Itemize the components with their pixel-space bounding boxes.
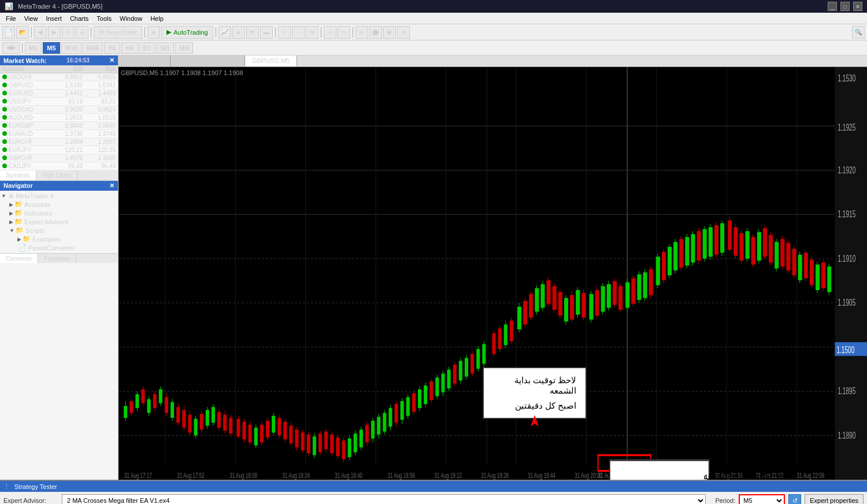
- svg-rect-122: [412, 393, 416, 412]
- svg-rect-188: [613, 281, 617, 305]
- svg-rect-144: [476, 349, 480, 369]
- menu-tools[interactable]: Tools: [93, 14, 115, 23]
- toolbar-btn-d3[interactable]: ◉: [383, 26, 396, 39]
- nav-tree-item[interactable]: 📄PeriodConverter: [1, 243, 117, 252]
- period-h4[interactable]: H4: [121, 42, 138, 54]
- expert-dropdown[interactable]: 2 MA Crosses Mega filter EA V1.ex4: [62, 494, 706, 504]
- svg-rect-168: [553, 286, 557, 310]
- period-mn[interactable]: MN: [175, 42, 193, 54]
- mw-symbol: USDJPY: [0, 98, 52, 106]
- nav-tree-item[interactable]: ▶📁Accounts: [1, 200, 117, 209]
- chart-tab-eurusd-m1[interactable]: EURUSD,M1: [118, 55, 171, 66]
- open-btn[interactable]: 📂: [16, 26, 29, 39]
- nav-tree-item[interactable]: ▼🖥MetaTrader 4: [1, 192, 117, 200]
- period-d1[interactable]: D1: [139, 42, 155, 54]
- back-btn[interactable]: ◀: [34, 26, 47, 39]
- svg-rect-76: [277, 418, 281, 436]
- svg-rect-218: [703, 229, 707, 259]
- menu-charts[interactable]: Charts: [66, 14, 92, 23]
- search-btn[interactable]: 🔍: [852, 26, 865, 39]
- svg-rect-192: [625, 282, 629, 307]
- svg-text:31 Aug 22:08: 31 Aug 22:08: [797, 470, 825, 479]
- period-refresh-btn[interactable]: ↺: [788, 494, 801, 504]
- svg-rect-186: [607, 284, 611, 308]
- mw-symbol: GBPUSD: [0, 81, 52, 90]
- nav-tree-item[interactable]: ▶📁Expert Advisors: [1, 217, 117, 226]
- maximize-button[interactable]: □: [840, 2, 850, 11]
- zoom-out-btn[interactable]: -: [292, 26, 305, 39]
- toolbar-btn-line[interactable]: 📈: [218, 26, 231, 39]
- toolbar-btn-d2[interactable]: ⬤: [369, 26, 382, 39]
- svg-rect-32: [147, 399, 151, 413]
- nav-tree-item[interactable]: ▼📁Scripts: [1, 226, 117, 235]
- chart-tab-eurusd-m2[interactable]: EURUSD,M2 (offline): [171, 55, 245, 66]
- toolbar-btn-d4[interactable]: ⊚: [397, 26, 410, 39]
- nav-tree-item[interactable]: ▶📁Indicators: [1, 209, 117, 217]
- toolbar-btn-c2[interactable]: ▷: [338, 26, 350, 39]
- market-watch-row: USDCAD 0.9620 0.9624: [0, 106, 118, 114]
- reload-btn[interactable]: ↺: [62, 26, 75, 39]
- zoom-in-btn[interactable]: +: [278, 26, 291, 39]
- mw-ask: 0.9624: [85, 106, 118, 114]
- menu-view[interactable]: View: [21, 14, 42, 23]
- period-m1[interactable]: M1: [25, 42, 42, 54]
- mw-bid: 1.4451: [52, 90, 85, 98]
- toolbar-btn-up[interactable]: ▲: [232, 26, 245, 39]
- period-arrows[interactable]: ◀▶: [2, 42, 20, 54]
- left-panel: Market Watch: 16:24:53 ✕ Symbol Bid Ask …: [0, 55, 118, 480]
- menu-help[interactable]: Help: [147, 14, 167, 23]
- new-btn[interactable]: 📄: [2, 26, 15, 39]
- svg-rect-52: [206, 410, 209, 425]
- market-watch-close[interactable]: ✕: [109, 57, 114, 64]
- menu-insert[interactable]: Insert: [42, 14, 65, 23]
- svg-text:31 Aug 18:56: 31 Aug 18:56: [387, 470, 415, 479]
- chart-tab-gbpusd-m5[interactable]: GBPUSD,M5: [245, 55, 297, 66]
- toolbar-btn-bar[interactable]: ▬: [260, 26, 273, 39]
- period-h1[interactable]: H1: [104, 42, 120, 54]
- period-dropdown[interactable]: M5 M1 M15 M30 H1 H4: [739, 494, 785, 504]
- st-drag-handle: ⋮: [3, 483, 10, 490]
- expert-properties-btn[interactable]: Expert properties: [805, 494, 864, 504]
- autotrading-btn[interactable]: ▶ AutoTrading: [161, 26, 213, 39]
- nav-tree-item[interactable]: ▶📁Examples: [1, 235, 117, 243]
- toolbar-btn-c1[interactable]: ◁: [324, 26, 336, 39]
- tooltip-line1: لاحظ توقيت بداية الشمعه: [493, 375, 576, 396]
- mw-tab-tickchart[interactable]: Tick Chart: [36, 171, 77, 180]
- svg-rect-138: [459, 361, 462, 380]
- svg-text:1.1905: 1.1905: [838, 297, 855, 307]
- period-w1[interactable]: W1: [157, 42, 175, 54]
- period-m15[interactable]: M15: [61, 42, 81, 54]
- navigator-close[interactable]: ✕: [109, 182, 114, 190]
- mw-symbol: USDCHF: [0, 73, 52, 81]
- nav-item-label: Examples: [32, 236, 60, 243]
- period-m5[interactable]: M5: [43, 42, 60, 54]
- svg-rect-244: [780, 239, 784, 267]
- minimize-button[interactable]: _: [828, 2, 837, 11]
- nav-tab-common[interactable]: Common: [0, 254, 38, 263]
- toolbar-btn-down[interactable]: ▼: [246, 26, 259, 39]
- svg-text:31 Aug 19:12: 31 Aug 19:12: [434, 470, 462, 479]
- mw-symbol: EURUSD: [0, 90, 52, 98]
- market-watch-row: CADJPY 86.43 86.49: [0, 162, 118, 171]
- menu-window[interactable]: Window: [116, 14, 146, 23]
- svg-rect-78: [283, 422, 287, 440]
- period-m30[interactable]: M30: [83, 42, 103, 54]
- sep4: [216, 27, 216, 38]
- new-order-btn[interactable]: ⊕ New Order: [94, 26, 142, 39]
- toolbar-btn-d1[interactable]: ◎: [355, 26, 368, 39]
- svg-rect-200: [649, 269, 653, 295]
- svg-rect-70: [260, 425, 264, 443]
- market-watch-row: EURCHF 1.2894 1.2897: [0, 138, 118, 146]
- navigator-title: Navigator: [3, 182, 33, 190]
- zoom-grid-btn[interactable]: ⊞: [306, 26, 318, 39]
- nav-tab-favorites[interactable]: Favorites: [38, 254, 76, 263]
- navigator: Navigator ✕ ▼🖥MetaTrader 4▶📁Accounts▶📁In…: [0, 181, 118, 480]
- close-button[interactable]: ✕: [853, 2, 862, 11]
- fwd-btn[interactable]: ▶: [48, 26, 61, 39]
- mw-col-ask: Ask: [85, 65, 118, 73]
- print-btn[interactable]: 🖨: [76, 26, 88, 39]
- menu-file[interactable]: File: [2, 14, 20, 23]
- chart-btn1[interactable]: ◈: [147, 26, 160, 39]
- mw-tab-symbols[interactable]: Symbols: [0, 171, 36, 180]
- svg-text:31 Aug 19:28: 31 Aug 19:28: [481, 470, 509, 479]
